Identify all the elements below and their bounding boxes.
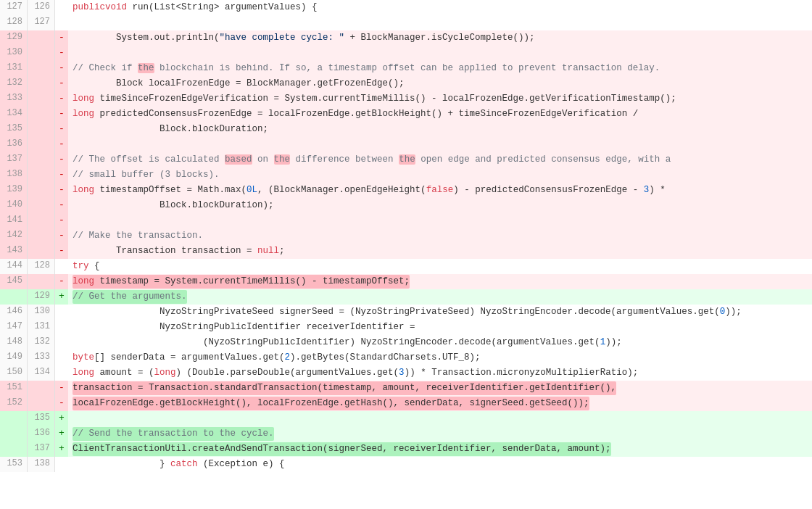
diff-marker: -: [55, 46, 68, 61]
code-line: 140 - Block.blockDuration);: [0, 198, 812, 213]
diff-marker: -: [55, 381, 68, 396]
code-line: 144 128 try {: [0, 259, 812, 274]
code-line: 142 - // Make the transaction.: [0, 228, 812, 244]
new-line-num: [28, 396, 55, 411]
old-line-num: 131: [0, 61, 28, 76]
line-text: // Make the transaction.: [68, 228, 812, 244]
code-line: 132 - Block localFrozenEdge = BlockManag…: [0, 76, 812, 91]
old-line-num: 144: [0, 259, 28, 274]
old-line-num: 147: [0, 320, 28, 335]
code-line: 153 138 } catch (Exception e) {: [0, 457, 812, 472]
new-line-num: [28, 76, 55, 91]
line-text: Block.blockDuration);: [68, 198, 812, 213]
diff-marker: -: [55, 396, 68, 411]
new-line-num: 128: [28, 259, 55, 274]
diff-marker: [55, 305, 68, 320]
diff-marker: -: [55, 228, 68, 244]
old-line-num: 145: [0, 274, 28, 289]
line-text: long amount = (long) (Double.parseDouble…: [68, 365, 812, 381]
code-line: 149 133 byte[] senderData = argumentValu…: [0, 350, 812, 365]
old-line-num: 141: [0, 213, 28, 228]
old-line-num: 140: [0, 198, 28, 213]
diff-marker: -: [55, 183, 68, 198]
diff-marker: [55, 320, 68, 335]
old-line-num: [0, 411, 28, 426]
diff-marker: -: [55, 244, 68, 259]
new-line-num: 138: [28, 457, 55, 472]
old-line-num: 137: [0, 152, 28, 167]
code-line: 146 130 NyzoStringPrivateSeed signerSeed…: [0, 305, 812, 320]
old-line-num: [0, 426, 28, 442]
new-line-num: [28, 183, 55, 198]
diff-marker: -: [55, 107, 68, 122]
line-text: Block localFrozenEdge = BlockManager.get…: [68, 76, 812, 91]
line-text: // Get the arguments.: [68, 289, 812, 305]
old-line-num: 138: [0, 167, 28, 183]
line-text: // small buffer (3 blocks).: [68, 167, 812, 183]
line-text: long predictedConsensusFrozenEdge = loca…: [68, 107, 812, 122]
code-line: 134 - long predictedConsensusFrozenEdge …: [0, 107, 812, 122]
new-line-num: 131: [28, 320, 55, 335]
new-line-num: [28, 213, 55, 228]
diff-marker: -: [55, 137, 68, 152]
line-text: long timestamp = System.currentTimeMilli…: [68, 274, 812, 289]
new-line-num: [28, 107, 55, 122]
line-text: transaction = Transaction.standardTransa…: [68, 381, 812, 396]
code-line: 138 - // small buffer (3 blocks).: [0, 167, 812, 183]
line-text: (NyzoStringPublicIdentifier) NyzoStringE…: [68, 335, 812, 350]
line-text: [68, 46, 812, 61]
old-line-num: 132: [0, 76, 28, 91]
diff-marker: -: [55, 274, 68, 289]
diff-marker: -: [55, 91, 68, 107]
line-text: // Send the transaction to the cycle.: [68, 426, 812, 442]
new-line-num: 130: [28, 305, 55, 320]
diff-marker: +: [55, 442, 68, 457]
diff-marker: [55, 457, 68, 472]
old-line-num: 136: [0, 137, 28, 152]
code-line: 129 - System.out.println("have complete …: [0, 30, 812, 46]
code-line: 139 - long timestampOffset = Math.max(0L…: [0, 183, 812, 198]
diff-marker: [55, 259, 68, 274]
old-line-num: 146: [0, 305, 28, 320]
new-line-num: 137: [28, 442, 55, 457]
old-line-num: 152: [0, 396, 28, 411]
line-text: Transaction transaction = null;: [68, 244, 812, 259]
code-line: 148 132 (NyzoStringPublicIdentifier) Nyz…: [0, 335, 812, 350]
code-line: 128 127: [0, 15, 812, 30]
line-text: // The offset is calculated based on the…: [68, 152, 812, 167]
old-line-num: 139: [0, 183, 28, 198]
new-line-num: [28, 244, 55, 259]
diff-marker: -: [55, 61, 68, 76]
code-line: 137 - // The offset is calculated based …: [0, 152, 812, 167]
new-line-num: [28, 46, 55, 61]
line-text: // Check if the blockchain is behind. If…: [68, 61, 812, 76]
diff-marker: -: [55, 122, 68, 137]
old-line-num: 151: [0, 381, 28, 396]
new-line-num: [28, 198, 55, 213]
old-line-num: [0, 442, 28, 457]
code-line: 151 - transaction = Transaction.standard…: [0, 381, 812, 396]
new-line-num: [28, 30, 55, 46]
code-line: 130 -: [0, 46, 812, 61]
code-line: 143 - Transaction transaction = null;: [0, 244, 812, 259]
diff-marker: +: [55, 426, 68, 442]
diff-marker: [55, 365, 68, 381]
diff-marker: -: [55, 198, 68, 213]
code-diff-view: 127 126 public void run(List<String> arg…: [0, 0, 812, 509]
line-text: long timeSinceFrozenEdgeVerification = S…: [68, 91, 812, 107]
code-line: 145 - long timestamp = System.currentTim…: [0, 274, 812, 289]
line-text: System.out.println("have complete cycle:…: [68, 30, 812, 46]
code-line: 133 - long timeSinceFrozenEdgeVerificati…: [0, 91, 812, 107]
new-line-num: [28, 122, 55, 137]
code-line: 136 -: [0, 137, 812, 152]
diff-marker: -: [55, 76, 68, 91]
old-line-num: 135: [0, 122, 28, 137]
new-line-num: 135: [28, 411, 55, 426]
diff-marker: -: [55, 213, 68, 228]
old-line-num: [0, 289, 28, 305]
new-line-num: 136: [28, 426, 55, 442]
line-text: long timestampOffset = Math.max(0L, (Blo…: [68, 183, 812, 198]
new-line-num: 133: [28, 350, 55, 365]
diff-marker: +: [55, 411, 68, 426]
diff-marker: -: [55, 167, 68, 183]
